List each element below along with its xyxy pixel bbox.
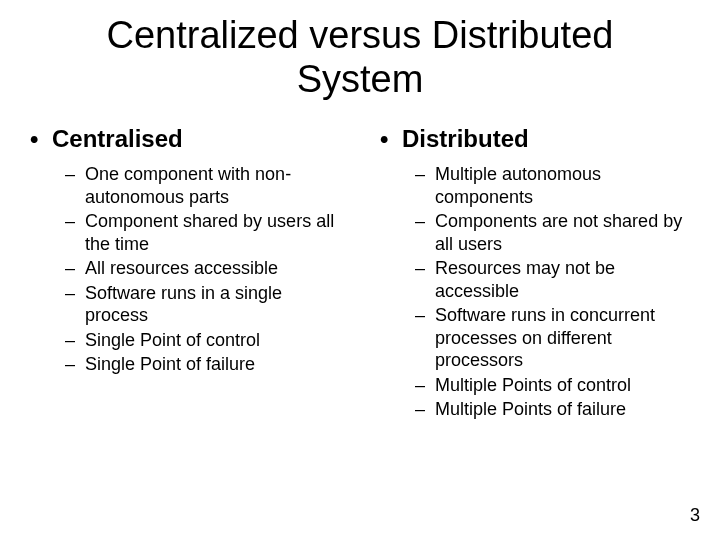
columns: • Centralised – One component with non-a… xyxy=(0,111,720,423)
list-item: – Multiple Points of control xyxy=(415,374,700,397)
dash-icon: – xyxy=(415,210,435,233)
item-text: Single Point of failure xyxy=(85,353,255,376)
item-text: Multiple autonomous components xyxy=(435,163,700,208)
title-line-2: System xyxy=(297,58,424,100)
item-text: Multiple Points of control xyxy=(435,374,631,397)
dash-icon: – xyxy=(65,257,85,280)
slide-title: Centralized versus Distributed System xyxy=(0,0,720,111)
dash-icon: – xyxy=(415,163,435,186)
left-column: • Centralised – One component with non-a… xyxy=(10,121,360,423)
item-text: Single Point of control xyxy=(85,329,260,352)
item-text: Multiple Points of failure xyxy=(435,398,626,421)
list-item: – Component shared by users all the time xyxy=(65,210,350,255)
bullet-icon: • xyxy=(30,125,52,153)
item-text: All resources accessible xyxy=(85,257,278,280)
list-item: – Multiple autonomous components xyxy=(415,163,700,208)
item-text: One component with non-autonomous parts xyxy=(85,163,350,208)
title-line-1: Centralized versus Distributed xyxy=(107,14,614,56)
list-item: – All resources accessible xyxy=(65,257,350,280)
right-heading: • Distributed xyxy=(380,125,700,153)
left-heading-text: Centralised xyxy=(52,125,183,153)
item-text: Components are not shared by all users xyxy=(435,210,700,255)
right-list: – Multiple autonomous components – Compo… xyxy=(415,163,700,421)
item-text: Component shared by users all the time xyxy=(85,210,350,255)
dash-icon: – xyxy=(65,353,85,376)
slide: Centralized versus Distributed System • … xyxy=(0,0,720,540)
page-number: 3 xyxy=(690,505,700,526)
list-item: – Multiple Points of failure xyxy=(415,398,700,421)
left-list: – One component with non-autonomous part… xyxy=(65,163,350,376)
dash-icon: – xyxy=(415,304,435,327)
dash-icon: – xyxy=(65,210,85,233)
right-heading-text: Distributed xyxy=(402,125,529,153)
list-item: – Components are not shared by all users xyxy=(415,210,700,255)
right-column: • Distributed – Multiple autonomous comp… xyxy=(360,121,710,423)
list-item: – Software runs in a single process xyxy=(65,282,350,327)
list-item: – Single Point of control xyxy=(65,329,350,352)
list-item: – Software runs in concurrent processes … xyxy=(415,304,700,372)
item-text: Software runs in a single process xyxy=(85,282,350,327)
list-item: – One component with non-autonomous part… xyxy=(65,163,350,208)
dash-icon: – xyxy=(65,282,85,305)
item-text: Software runs in concurrent processes on… xyxy=(435,304,700,372)
dash-icon: – xyxy=(415,398,435,421)
left-heading: • Centralised xyxy=(30,125,350,153)
dash-icon: – xyxy=(415,374,435,397)
dash-icon: – xyxy=(415,257,435,280)
item-text: Resources may not be accessible xyxy=(435,257,700,302)
list-item: – Single Point of failure xyxy=(65,353,350,376)
dash-icon: – xyxy=(65,329,85,352)
list-item: – Resources may not be accessible xyxy=(415,257,700,302)
dash-icon: – xyxy=(65,163,85,186)
bullet-icon: • xyxy=(380,125,402,153)
